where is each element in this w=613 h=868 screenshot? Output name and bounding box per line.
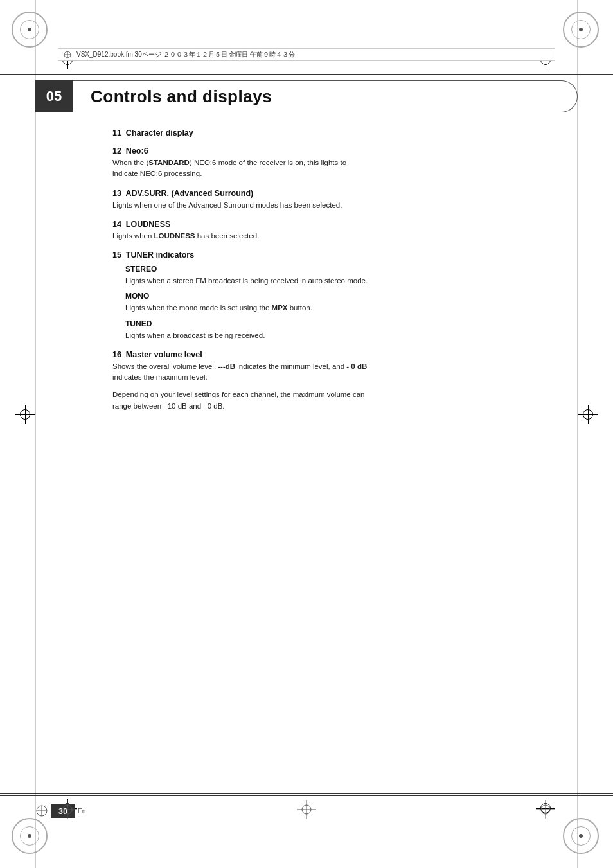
reg-mark-mid-left xyxy=(15,405,35,424)
subsection-tuned-header: TUNED xyxy=(125,319,549,328)
section-13-header: 13 ADV.SURR. (Advanced Surround) xyxy=(112,189,549,198)
subsection-stereo-body: Lights when a stereo FM broadcast is bei… xyxy=(125,276,369,287)
page-reg-icon xyxy=(35,804,48,817)
bottom-right-reg xyxy=(536,800,555,822)
subsection-stereo-header: STEREO xyxy=(125,265,549,274)
section-14: 14 LOUDNESS Lights when LOUDNESS has bee… xyxy=(112,220,549,242)
section-12-body: When the (STANDARD) NEO:6 mode of the re… xyxy=(112,157,369,180)
section-16-body-1: Shows the overall volume level. ---dB in… xyxy=(112,361,369,384)
bottom-border-line xyxy=(0,793,613,794)
section-15-header: 15 TUNER indicators xyxy=(112,251,549,260)
subsection-stereo: STEREO Lights when a stereo FM broadcast… xyxy=(125,265,549,287)
bottom-center-crosshair xyxy=(297,800,316,822)
section-12-header: 12 Neo:6 xyxy=(112,146,549,155)
subsection-tuned: TUNED Lights when a broadcast is being r… xyxy=(125,319,549,341)
corner-decoration-bottom-right xyxy=(563,818,601,856)
subsection-mono: MONO Lights when the mono mode is set us… xyxy=(125,292,549,314)
section-16-body-2: Depending on your level settings for eac… xyxy=(112,389,369,412)
right-border-line xyxy=(577,0,578,868)
corner-decoration-top-left xyxy=(12,12,50,50)
section-13-body: Lights when one of the Advanced Surround… xyxy=(112,200,369,211)
registration-icon xyxy=(64,51,71,58)
section-11-header: 11 Character display xyxy=(112,128,549,137)
left-border-line xyxy=(35,0,36,868)
section-15: 15 TUNER indicators STEREO Lights when a… xyxy=(112,251,549,341)
bottom-left-reg xyxy=(58,800,77,822)
subsection-mono-body: Lights when the mono mode is set using t… xyxy=(125,303,369,314)
corner-decoration-top-right xyxy=(563,12,601,50)
section-13: 13 ADV.SURR. (Advanced Surround) Lights … xyxy=(112,189,549,211)
page-lang: En xyxy=(78,808,85,815)
section-14-body: Lights when LOUDNESS has been selected. xyxy=(112,231,369,242)
top-border-line xyxy=(0,74,613,75)
section-11: 11 Character display xyxy=(112,128,549,137)
header-bar: 05 Controls and displays xyxy=(35,80,578,112)
section-16-header: 16 Master volume level xyxy=(112,350,549,359)
main-content: 11 Character display 12 Neo:6 When the (… xyxy=(112,128,549,772)
subsection-mono-header: MONO xyxy=(125,292,549,301)
corner-decoration-bottom-left xyxy=(12,818,50,856)
file-info-text: VSX_D912.book.fm 30ページ ２００３年１２月５日 金曜日 午前… xyxy=(76,50,295,59)
file-info-bar: VSX_D912.book.fm 30ページ ２００３年１２月５日 金曜日 午前… xyxy=(58,48,555,61)
subsection-tuned-body: Lights when a broadcast is being receive… xyxy=(125,330,369,341)
reg-mark-mid-right xyxy=(578,405,598,424)
chapter-badge: 05 xyxy=(35,80,73,112)
bottom-border-line2 xyxy=(0,795,613,796)
section-16: 16 Master volume level Shows the overall… xyxy=(112,350,549,412)
chapter-number: 05 xyxy=(46,88,62,105)
chapter-title: Controls and displays xyxy=(91,87,272,107)
section-14-header: 14 LOUDNESS xyxy=(112,220,549,229)
header-title-bar: Controls and displays xyxy=(73,80,578,112)
section-12: 12 Neo:6 When the (STANDARD) NEO:6 mode … xyxy=(112,146,549,180)
top-border-line2 xyxy=(0,76,613,76)
